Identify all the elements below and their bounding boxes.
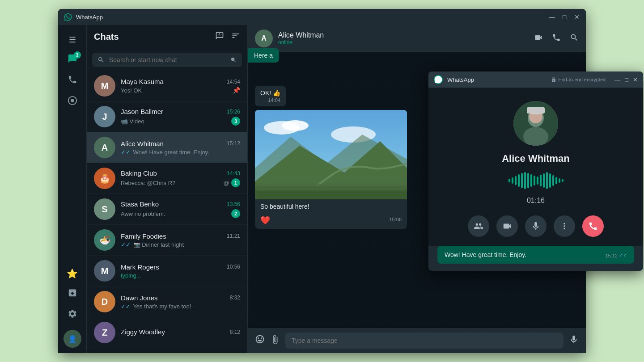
chat-info: Mark Rogers 10:56 typing...	[121, 263, 240, 279]
chat-header: A Alice Whitman online	[248, 25, 586, 52]
app-window: WhatsApp — □ ✕ ☰ 3 ⭐	[58, 9, 586, 353]
chat-header-status: online	[278, 39, 529, 46]
unread-badge: 3	[231, 117, 240, 126]
mute-button[interactable]	[525, 215, 547, 237]
message-time: 14:04	[260, 97, 280, 103]
avatar: 🍜	[94, 229, 115, 251]
avatar: M	[94, 75, 115, 97]
list-item[interactable]: J Jason Ballmer 15:26 📹 Video 3	[87, 101, 247, 132]
list-item[interactable]: D Dawn Jones 8:32 ✓✓ Yes that's my fave …	[87, 286, 247, 317]
chat-info: Dawn Jones 8:32 ✓✓ Yes that's my fave to…	[121, 294, 240, 310]
message-input[interactable]	[285, 333, 564, 349]
nav-status-icon[interactable]	[68, 96, 77, 108]
message-bubble: OK! 👍 14:04	[255, 86, 286, 106]
call-minimize-button[interactable]: —	[614, 76, 620, 83]
message-text: OK! 👍	[260, 89, 280, 97]
chat-info: Maya Kasuma 14:54 Yes! OK 📌	[121, 78, 240, 94]
list-item[interactable]: M Mark Rogers 10:56 typing...	[87, 256, 247, 286]
svg-rect-9	[255, 184, 407, 190]
chat-header-avatar: A	[255, 29, 273, 47]
search-chat-icon[interactable]	[570, 33, 579, 44]
nav-starred-icon[interactable]: ⭐	[67, 268, 78, 279]
encryption-info: End-to-end encrypted	[551, 77, 606, 82]
nav-calls-icon[interactable]	[68, 75, 77, 87]
filter-icon[interactable]	[231, 31, 240, 42]
call-close-button[interactable]: ✕	[633, 76, 638, 83]
emoji-icon[interactable]	[255, 334, 265, 347]
list-item[interactable]: 🎂 Baking Club 14:43 Rebecca: @Chris R? @…	[87, 163, 247, 194]
call-app-name: WhatsApp	[447, 76, 547, 83]
avatar: D	[94, 291, 115, 312]
video-call-icon[interactable]	[534, 33, 543, 44]
chats-badge: 3	[74, 51, 81, 59]
avatar: S	[94, 198, 115, 220]
call-waveform	[508, 172, 564, 189]
unread-badge: 1	[231, 178, 240, 187]
call-contact-name: Alice Whitman	[502, 153, 570, 164]
message-preview-banner: Here a	[248, 48, 279, 63]
svg-point-4	[282, 120, 309, 131]
avatar: Z	[94, 322, 115, 343]
new-chat-icon[interactable]	[215, 31, 224, 42]
sidebar-icons	[215, 31, 240, 42]
call-avatar	[513, 101, 558, 146]
attachment-icon[interactable]	[270, 335, 280, 346]
nav-archive-icon[interactable]	[68, 288, 77, 300]
chat-info: Baking Club 14:43 Rebecca: @Chris R? @ 1	[121, 169, 240, 187]
user-avatar[interactable]: 👤	[64, 330, 81, 348]
encryption-text: End-to-end encrypted	[558, 77, 606, 82]
end-call-button[interactable]	[582, 215, 604, 237]
chat-info: Ziggy Woodley 8:12	[121, 328, 240, 337]
pin-icon: 📌	[233, 87, 240, 94]
svg-rect-15	[527, 107, 545, 114]
phone-icon[interactable]	[552, 33, 561, 44]
chat-info: Jason Ballmer 15:26 📹 Video 3	[121, 108, 240, 126]
more-options-button[interactable]	[554, 215, 575, 237]
list-item[interactable]: 🍜 Family Foodies 11:21 ✓✓ 📷 Dinner last …	[87, 225, 247, 256]
avatar: A	[94, 137, 115, 158]
video-toggle-button[interactable]	[496, 215, 518, 237]
maximize-button[interactable]: □	[561, 13, 568, 21]
window-controls: — □ ✕	[548, 13, 580, 21]
chat-header-name: Alice Whitman	[278, 31, 529, 39]
call-last-message: Wow! Have great time. Enjoy. 15:12 ✓✓	[437, 246, 634, 264]
avatar: M	[94, 260, 115, 282]
svg-point-1	[71, 99, 74, 102]
call-overlay: WhatsApp End-to-end encrypted — □ ✕	[428, 72, 643, 271]
close-button[interactable]: ✕	[573, 13, 580, 21]
voice-message-icon[interactable]	[569, 335, 579, 346]
call-timer: 01:16	[527, 197, 545, 205]
call-title-bar: WhatsApp End-to-end encrypted — □ ✕	[428, 72, 643, 88]
search-icon	[97, 56, 105, 63]
avatar: J	[94, 106, 115, 127]
search-bar	[87, 49, 247, 71]
call-message-time: 15:12 ✓✓	[605, 253, 627, 258]
unread-badge: 2	[231, 209, 240, 218]
list-item[interactable]: Z Ziggy Woodley 8:12	[87, 317, 247, 348]
list-item[interactable]: S Stasa Benko 13:56 Aww no problem. 2	[87, 194, 247, 225]
svg-point-12	[523, 127, 548, 146]
message-image-container: So beautiful here! ❤️ 15:06	[255, 110, 407, 229]
call-message-text: Wow! Have great time. Enjoy.	[445, 251, 526, 258]
nav-chats-icon[interactable]: 3	[68, 54, 77, 66]
minimize-button[interactable]: —	[548, 13, 555, 21]
avatar: 🎂	[94, 168, 115, 189]
list-item[interactable]: A Alice Whitman 15:12 ✓✓ Wow! Have great…	[87, 132, 247, 163]
list-item[interactable]: M Maya Kasuma 14:54 Yes! OK 📌	[87, 71, 247, 101]
landscape-image	[255, 110, 407, 199]
nav-settings-icon[interactable]	[68, 309, 77, 321]
search-submit-icon	[230, 57, 237, 63]
chat-list: M Maya Kasuma 14:54 Yes! OK 📌 J	[87, 71, 247, 353]
chat-header-info: Alice Whitman online	[278, 31, 529, 46]
call-maximize-button[interactable]: □	[625, 76, 628, 83]
message-image	[255, 110, 407, 199]
add-participant-button[interactable]	[468, 215, 489, 237]
chat-info: Family Foodies 11:21 ✓✓ 📷 Dinner last ni…	[121, 232, 240, 248]
search-input[interactable]	[109, 56, 226, 63]
call-window-controls: — □ ✕	[614, 76, 638, 83]
call-body: Alice Whitman	[428, 88, 643, 246]
chat-header-icons	[534, 33, 579, 44]
chat-info: Alice Whitman 15:12 ✓✓ Wow! Have great t…	[121, 140, 240, 156]
nav-menu-icon[interactable]: ☰	[69, 35, 76, 45]
sidebar-header: Chats	[87, 25, 247, 49]
